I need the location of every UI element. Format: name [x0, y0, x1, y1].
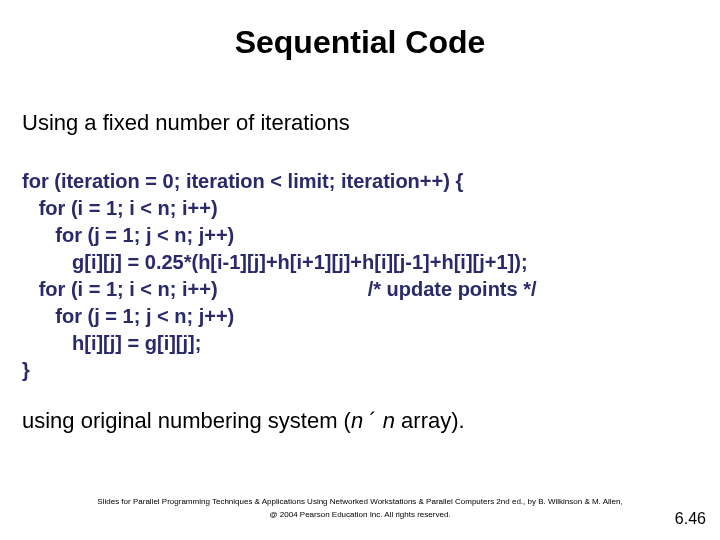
code-line: for (i = 1; i < n; i++)	[22, 197, 218, 219]
slide-title: Sequential Code	[0, 24, 720, 61]
closing-n1: n	[351, 408, 363, 433]
closing-mid: ´	[363, 408, 383, 433]
code-line: for (i = 1; i < n; i++) /* update points…	[22, 278, 537, 300]
code-line: for (j = 1; j < n; j++)	[22, 305, 234, 327]
subheading: Using a fixed number of iterations	[22, 110, 350, 136]
code-line: h[i][j] = g[i][j];	[22, 332, 201, 354]
code-line: g[i][j] = 0.25*(h[i-1][j]+h[i+1][j]+h[i]…	[22, 251, 528, 273]
footer: Slides for Parallel Programming Techniqu…	[0, 496, 720, 522]
closing-pre: using original numbering system (	[22, 408, 351, 433]
closing-text: using original numbering system (n ´ n a…	[22, 408, 465, 434]
slide: Sequential Code Using a fixed number of …	[0, 0, 720, 540]
code-line: }	[22, 359, 30, 381]
page-number: 6.46	[675, 510, 706, 528]
footer-line-2: @ 2004 Pearson Education Inc. All rights…	[0, 509, 720, 522]
code-line: for (iteration = 0; iteration < limit; i…	[22, 170, 463, 192]
closing-post: array).	[395, 408, 465, 433]
footer-line-1: Slides for Parallel Programming Techniqu…	[0, 496, 720, 509]
code-block: for (iteration = 0; iteration < limit; i…	[22, 168, 698, 384]
code-line: for (j = 1; j < n; j++)	[22, 224, 234, 246]
closing-n2: n	[383, 408, 395, 433]
